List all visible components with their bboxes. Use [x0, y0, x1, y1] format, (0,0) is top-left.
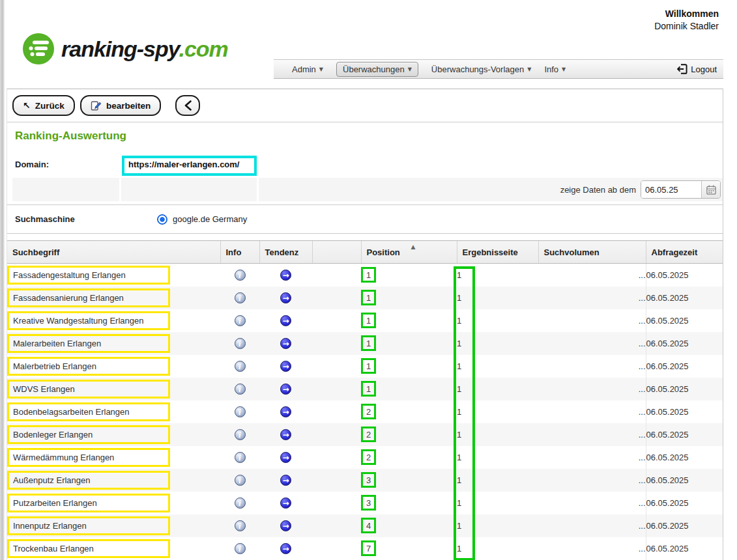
calendar-button[interactable] — [701, 181, 720, 198]
nav-item-ueberwachungen[interactable]: Überwachungen ▼ — [336, 62, 418, 77]
search-volume-value: ... — [639, 361, 646, 371]
query-time-value: 06.05.2025 — [646, 316, 689, 326]
results-page-cell: 1 — [457, 423, 538, 446]
search-volume-cell: ... — [538, 287, 646, 309]
keyword-text: Außenputz Erlangen — [13, 475, 91, 485]
position-cell: 2 — [361, 446, 457, 469]
column-header-ergebnisseite[interactable]: Ergebnisseite — [457, 241, 538, 264]
edit-button[interactable]: bearbeiten — [80, 95, 161, 116]
table-row: Malerbetrieb Erlangen i → 1 1 ... 06.05.… — [7, 355, 723, 378]
trend-arrow-icon[interactable]: → — [280, 292, 291, 303]
app-logo[interactable]: ranking-spy.com — [22, 33, 228, 65]
empty-cell — [312, 378, 361, 400]
trend-arrow-icon[interactable]: → — [280, 338, 291, 349]
keyword-cell: Kreative Wandgestaltung Erlangen — [7, 309, 220, 332]
trend-arrow-icon[interactable]: → — [280, 475, 291, 486]
logout-label: Logout — [691, 64, 717, 74]
query-time-cell: 06.05.2025 — [646, 446, 723, 469]
trend-arrow-icon[interactable]: → — [280, 452, 291, 463]
back-button[interactable]: ↖ Zurück — [12, 95, 75, 116]
info-icon[interactable]: i — [235, 452, 246, 463]
trend-arrow-icon[interactable]: → — [280, 497, 291, 509]
nav-item-ueberwachungs-vorlagen[interactable]: Überwachungs-Vorlagen ▼ — [431, 64, 532, 74]
date-filter-row: zeige Daten ab dem — [7, 178, 723, 201]
query-time-value: 06.05.2025 — [646, 544, 689, 553]
table-row: Malerarbeiten Erlangen i → 1 1 ... 06.05… — [7, 332, 723, 355]
trend-arrow-icon[interactable]: → — [280, 543, 291, 554]
info-icon[interactable]: i — [235, 520, 246, 531]
info-icon[interactable]: i — [235, 543, 246, 554]
info-icon[interactable]: i — [235, 338, 246, 349]
results-page-value: 1 — [457, 453, 461, 462]
info-icon[interactable]: i — [235, 270, 246, 281]
keyword-text: Bodenleger Erlangen — [13, 430, 93, 440]
trend-arrow-icon[interactable]: → — [280, 384, 291, 395]
info-cell: i — [220, 264, 259, 287]
column-header-suchbegriff[interactable]: Suchbegriff — [7, 241, 220, 264]
info-icon[interactable]: i — [235, 497, 246, 509]
chevron-left-icon — [184, 100, 192, 111]
info-icon[interactable]: i — [235, 384, 246, 395]
info-cell: i — [220, 355, 259, 378]
empty-cell — [312, 355, 361, 378]
page-title: Ranking-Auswertung — [15, 130, 126, 143]
annotation-position-highlight: 4 — [361, 518, 376, 533]
column-header-position[interactable]: Position▲ — [361, 241, 457, 264]
info-icon[interactable]: i — [235, 315, 246, 326]
empty-cell — [312, 423, 361, 446]
trend-arrow-icon[interactable]: → — [280, 270, 291, 281]
nav-item-info[interactable]: Info ▼ — [544, 64, 566, 74]
results-page-cell: 1 — [457, 537, 538, 560]
search-volume-value: ... — [639, 407, 646, 417]
query-time-value: 06.05.2025 — [646, 293, 689, 303]
info-icon[interactable]: i — [235, 406, 246, 417]
info-icon[interactable]: i — [235, 292, 246, 303]
query-time-cell: 06.05.2025 — [646, 514, 723, 537]
chevron-down-icon: ▼ — [562, 66, 566, 72]
position-cell: 7 — [361, 537, 457, 560]
results-page-cell: 1 — [457, 309, 538, 332]
position-value: 2 — [366, 430, 371, 440]
column-header-abfragezeit[interactable]: Abfragezeit — [646, 241, 723, 264]
column-header-tendenz[interactable]: Tendenz — [259, 241, 312, 264]
position-value: 3 — [366, 498, 371, 508]
nav-item-admin[interactable]: Admin ▼ — [292, 64, 323, 74]
results-page-cell: 1 — [457, 264, 538, 287]
search-engine-radio[interactable] — [157, 214, 167, 225]
results-page-value: 1 — [457, 475, 461, 485]
annotation-keyword-highlight: Kreative Wandgestaltung Erlangen — [7, 311, 170, 330]
table-row: Innenputz Erlangen i → 4 1 ... 06.05.202… — [7, 514, 723, 537]
position-value: 2 — [366, 453, 371, 462]
trend-arrow-icon[interactable]: → — [280, 520, 291, 531]
keyword-cell: Bodenbelagsarbeiten Erlangen — [7, 400, 220, 423]
info-icon[interactable]: i — [235, 475, 246, 486]
annotation-keyword-highlight: Bodenleger Erlangen — [7, 425, 170, 444]
query-time-cell: 06.05.2025 — [646, 492, 723, 514]
search-volume-cell: ... — [538, 332, 646, 355]
trend-arrow-icon[interactable]: → — [280, 361, 291, 372]
arrow-up-left-icon: ↖ — [23, 101, 31, 110]
results-page-value: 1 — [457, 293, 461, 303]
logout-button[interactable]: Logout — [677, 64, 717, 74]
tendenz-cell: → — [259, 537, 312, 560]
info-icon[interactable]: i — [235, 361, 246, 372]
annotation-position-highlight: 1 — [361, 267, 376, 283]
logout-icon — [677, 64, 687, 74]
search-volume-value: ... — [639, 475, 646, 485]
column-header-suchvolumen[interactable]: Suchvolumen — [538, 241, 646, 264]
info-icon[interactable]: i — [235, 429, 246, 440]
trend-arrow-icon[interactable]: → — [280, 429, 291, 440]
previous-button[interactable] — [175, 95, 200, 116]
keyword-cell: Außenputz Erlangen — [7, 469, 220, 492]
calendar-icon — [706, 184, 717, 195]
position-cell: 4 — [361, 514, 457, 537]
trend-arrow-icon[interactable]: → — [280, 315, 291, 326]
main-content: ↖ Zurück bearbeiten Ranking-Auswertung D… — [7, 89, 723, 560]
position-value: 1 — [366, 361, 371, 371]
query-time-value: 06.05.2025 — [646, 407, 689, 417]
date-input[interactable] — [641, 181, 701, 198]
column-header-info[interactable]: Info — [220, 241, 259, 264]
query-time-value: 06.05.2025 — [646, 498, 689, 508]
trend-arrow-icon[interactable]: → — [280, 406, 291, 417]
position-value: 1 — [366, 339, 371, 348]
